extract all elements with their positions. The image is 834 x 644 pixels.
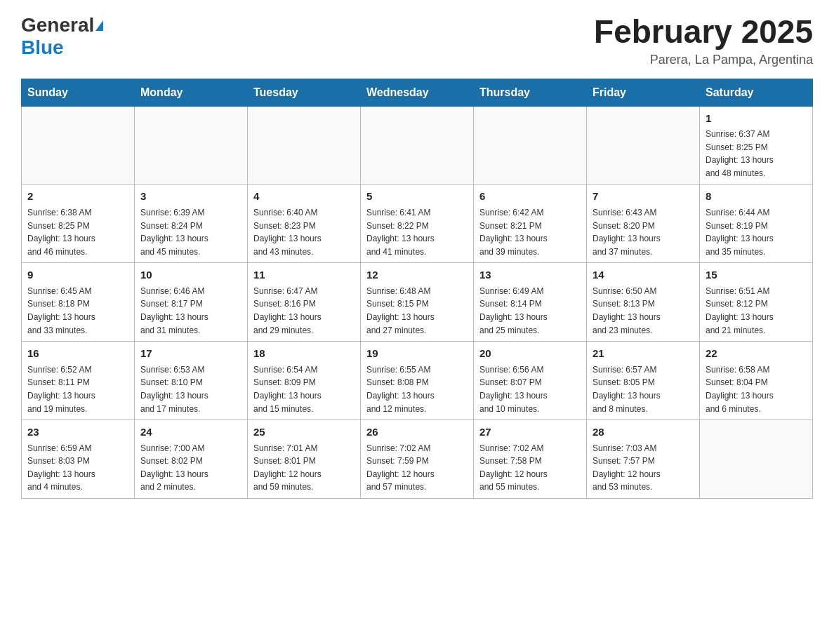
day-number: 11 (253, 267, 355, 283)
day-info: Sunrise: 6:44 AM Sunset: 8:19 PM Dayligh… (706, 206, 807, 258)
day-number: 17 (140, 346, 241, 362)
day-info: Sunrise: 6:53 AM Sunset: 8:10 PM Dayligh… (140, 363, 241, 415)
day-info: Sunrise: 6:42 AM Sunset: 8:21 PM Dayligh… (479, 206, 581, 258)
day-number: 28 (593, 424, 694, 441)
calendar-day-cell: 27Sunrise: 7:02 AM Sunset: 7:58 PM Dayli… (474, 420, 587, 499)
calendar-day-cell: 25Sunrise: 7:01 AM Sunset: 8:01 PM Dayli… (248, 420, 361, 499)
day-info: Sunrise: 6:56 AM Sunset: 8:07 PM Dayligh… (479, 363, 581, 415)
day-of-week-header: Sunday (22, 79, 135, 106)
calendar-day-cell: 9Sunrise: 6:45 AM Sunset: 8:18 PM Daylig… (22, 263, 135, 342)
day-info: Sunrise: 6:39 AM Sunset: 8:24 PM Dayligh… (140, 206, 241, 258)
day-info: Sunrise: 7:00 AM Sunset: 8:02 PM Dayligh… (140, 442, 241, 494)
calendar-day-cell (587, 106, 700, 185)
day-info: Sunrise: 6:47 AM Sunset: 8:16 PM Dayligh… (253, 285, 355, 337)
logo: General Blue (21, 14, 103, 59)
calendar-day-cell: 17Sunrise: 6:53 AM Sunset: 8:10 PM Dayli… (135, 342, 248, 420)
day-number: 5 (366, 189, 468, 205)
day-number: 19 (366, 346, 468, 362)
calendar-day-cell (474, 106, 587, 185)
calendar-week-row: 16Sunrise: 6:52 AM Sunset: 8:11 PM Dayli… (22, 342, 813, 420)
calendar-week-row: 1Sunrise: 6:37 AM Sunset: 8:25 PM Daylig… (22, 106, 813, 185)
calendar-day-cell: 15Sunrise: 6:51 AM Sunset: 8:12 PM Dayli… (700, 263, 813, 342)
day-info: Sunrise: 6:58 AM Sunset: 8:04 PM Dayligh… (706, 363, 807, 415)
calendar-day-cell: 7Sunrise: 6:43 AM Sunset: 8:20 PM Daylig… (587, 185, 700, 263)
page-header: General Blue February 2025 Parera, La Pa… (21, 14, 813, 67)
calendar-day-cell: 8Sunrise: 6:44 AM Sunset: 8:19 PM Daylig… (700, 185, 813, 263)
calendar-day-cell (700, 420, 813, 499)
day-info: Sunrise: 6:57 AM Sunset: 8:05 PM Dayligh… (593, 363, 694, 415)
day-number: 27 (479, 424, 581, 441)
day-info: Sunrise: 6:38 AM Sunset: 8:25 PM Dayligh… (27, 206, 128, 258)
day-number: 18 (253, 346, 355, 362)
calendar-day-cell: 28Sunrise: 7:03 AM Sunset: 7:57 PM Dayli… (587, 420, 700, 499)
day-of-week-header: Wednesday (361, 79, 474, 106)
calendar-day-cell: 5Sunrise: 6:41 AM Sunset: 8:22 PM Daylig… (361, 185, 474, 263)
calendar-day-cell: 6Sunrise: 6:42 AM Sunset: 8:21 PM Daylig… (474, 185, 587, 263)
day-of-week-header: Monday (135, 79, 248, 106)
day-info: Sunrise: 6:45 AM Sunset: 8:18 PM Dayligh… (27, 285, 128, 337)
calendar-day-cell: 20Sunrise: 6:56 AM Sunset: 8:07 PM Dayli… (474, 342, 587, 420)
day-number: 7 (593, 189, 694, 205)
day-number: 26 (366, 424, 468, 441)
day-number: 22 (706, 346, 807, 362)
day-number: 1 (706, 111, 807, 127)
day-number: 24 (140, 424, 241, 441)
calendar-day-cell: 13Sunrise: 6:49 AM Sunset: 8:14 PM Dayli… (474, 263, 587, 342)
calendar-week-row: 23Sunrise: 6:59 AM Sunset: 8:03 PM Dayli… (22, 420, 813, 499)
calendar-day-cell: 1Sunrise: 6:37 AM Sunset: 8:25 PM Daylig… (700, 106, 813, 185)
day-number: 23 (27, 424, 128, 441)
calendar-day-cell: 12Sunrise: 6:48 AM Sunset: 8:15 PM Dayli… (361, 263, 474, 342)
day-info: Sunrise: 7:02 AM Sunset: 7:58 PM Dayligh… (479, 442, 581, 494)
title-section: February 2025 Parera, La Pampa, Argentin… (594, 14, 813, 67)
day-info: Sunrise: 6:59 AM Sunset: 8:03 PM Dayligh… (27, 442, 128, 494)
day-number: 14 (593, 267, 694, 283)
calendar-week-row: 2Sunrise: 6:38 AM Sunset: 8:25 PM Daylig… (22, 185, 813, 263)
day-number: 2 (27, 189, 128, 205)
day-info: Sunrise: 6:37 AM Sunset: 8:25 PM Dayligh… (706, 128, 807, 180)
day-number: 13 (479, 267, 581, 283)
logo-chevron-icon (95, 20, 103, 31)
calendar-day-cell: 18Sunrise: 6:54 AM Sunset: 8:09 PM Dayli… (248, 342, 361, 420)
logo-general-text: General (21, 14, 94, 36)
day-number: 8 (706, 189, 807, 205)
calendar-header-row: SundayMondayTuesdayWednesdayThursdayFrid… (22, 79, 813, 106)
day-info: Sunrise: 6:48 AM Sunset: 8:15 PM Dayligh… (366, 285, 468, 337)
day-number: 25 (253, 424, 355, 441)
day-number: 3 (140, 189, 241, 205)
day-number: 10 (140, 267, 241, 283)
day-of-week-header: Tuesday (248, 79, 361, 106)
day-number: 20 (479, 346, 581, 362)
calendar-day-cell: 21Sunrise: 6:57 AM Sunset: 8:05 PM Dayli… (587, 342, 700, 420)
calendar-day-cell: 24Sunrise: 7:00 AM Sunset: 8:02 PM Dayli… (135, 420, 248, 499)
day-info: Sunrise: 7:03 AM Sunset: 7:57 PM Dayligh… (593, 442, 694, 494)
day-info: Sunrise: 6:41 AM Sunset: 8:22 PM Dayligh… (366, 206, 468, 258)
calendar-table: SundayMondayTuesdayWednesdayThursdayFrid… (21, 79, 813, 499)
calendar-day-cell (135, 106, 248, 185)
day-of-week-header: Thursday (474, 79, 587, 106)
calendar-week-row: 9Sunrise: 6:45 AM Sunset: 8:18 PM Daylig… (22, 263, 813, 342)
calendar-day-cell: 11Sunrise: 6:47 AM Sunset: 8:16 PM Dayli… (248, 263, 361, 342)
calendar-day-cell: 19Sunrise: 6:55 AM Sunset: 8:08 PM Dayli… (361, 342, 474, 420)
day-number: 6 (479, 189, 581, 205)
calendar-day-cell (248, 106, 361, 185)
day-info: Sunrise: 6:50 AM Sunset: 8:13 PM Dayligh… (593, 285, 694, 337)
day-number: 4 (253, 189, 355, 205)
day-info: Sunrise: 6:43 AM Sunset: 8:20 PM Dayligh… (593, 206, 694, 258)
day-of-week-header: Saturday (700, 79, 813, 106)
day-number: 15 (706, 267, 807, 283)
day-info: Sunrise: 6:51 AM Sunset: 8:12 PM Dayligh… (706, 285, 807, 337)
calendar-day-cell (361, 106, 474, 185)
day-info: Sunrise: 6:52 AM Sunset: 8:11 PM Dayligh… (27, 363, 128, 415)
calendar-day-cell: 16Sunrise: 6:52 AM Sunset: 8:11 PM Dayli… (22, 342, 135, 420)
day-number: 16 (27, 346, 128, 362)
day-info: Sunrise: 6:55 AM Sunset: 8:08 PM Dayligh… (366, 363, 468, 415)
day-number: 12 (366, 267, 468, 283)
calendar-day-cell: 4Sunrise: 6:40 AM Sunset: 8:23 PM Daylig… (248, 185, 361, 263)
calendar-day-cell: 14Sunrise: 6:50 AM Sunset: 8:13 PM Dayli… (587, 263, 700, 342)
day-info: Sunrise: 6:40 AM Sunset: 8:23 PM Dayligh… (253, 206, 355, 258)
day-info: Sunrise: 7:02 AM Sunset: 7:59 PM Dayligh… (366, 442, 468, 494)
calendar-day-cell: 26Sunrise: 7:02 AM Sunset: 7:59 PM Dayli… (361, 420, 474, 499)
day-of-week-header: Friday (587, 79, 700, 106)
calendar-day-cell: 10Sunrise: 6:46 AM Sunset: 8:17 PM Dayli… (135, 263, 248, 342)
day-info: Sunrise: 6:49 AM Sunset: 8:14 PM Dayligh… (479, 285, 581, 337)
